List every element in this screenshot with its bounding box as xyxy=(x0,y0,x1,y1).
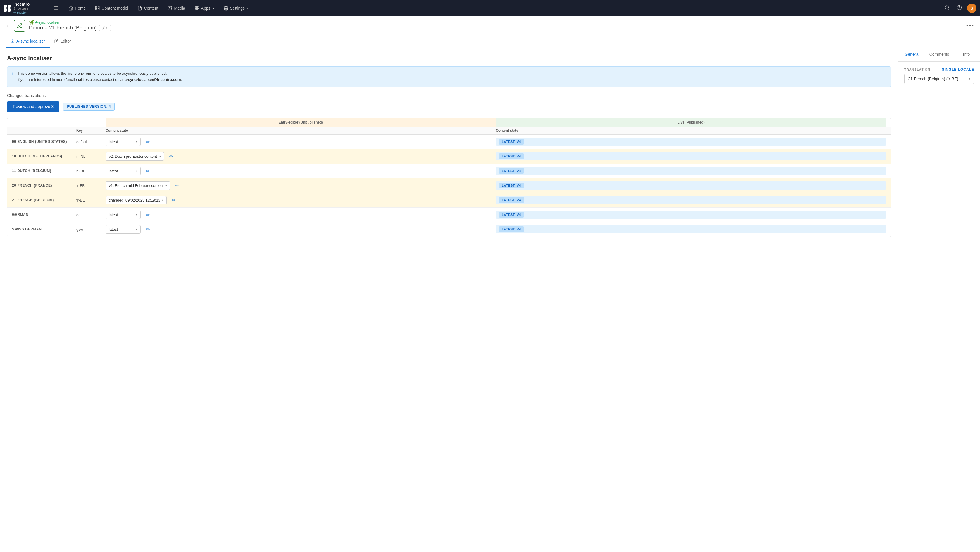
single-locale-link[interactable]: Single locale xyxy=(942,67,974,71)
main-layout: A-sync localiser ℹ This demo version all… xyxy=(0,48,980,552)
edit-entry-icon[interactable]: ✏ xyxy=(145,211,151,219)
more-options-button[interactable]: ••• xyxy=(966,22,974,29)
nav-item-media[interactable]: Media xyxy=(164,3,189,13)
locale-key: fr-BE xyxy=(76,198,105,202)
sh-key: Key xyxy=(76,128,105,133)
nav-item-settings[interactable]: Settings ▾ xyxy=(220,3,253,13)
edit-entry-icon[interactable]: ✏ xyxy=(168,152,174,160)
edit-entry-icon[interactable]: ✏ xyxy=(174,182,180,190)
link-count: 0 xyxy=(107,26,108,30)
top-nav: incentro Showcase ⇨ master ☰ Home Conten… xyxy=(0,0,980,16)
entry-select[interactable]: changed: 09/02/2023 12:19:13 ▾ xyxy=(105,196,167,205)
edit-entry-icon[interactable]: ✏ xyxy=(145,138,151,146)
locale-value: 21 French (Belgium) (fr-BE) xyxy=(908,76,958,81)
nav-apps-label: Apps xyxy=(201,6,210,11)
sidebar-tab-comments[interactable]: Comments xyxy=(926,48,953,61)
user-avatar[interactable]: S xyxy=(967,3,977,13)
tab-async-localiser[interactable]: A-sync localiser xyxy=(6,35,50,48)
breadcrumb-flag: 🌿 xyxy=(29,20,34,25)
svg-rect-6 xyxy=(195,6,197,8)
entry-cell: latest ▾ ✏ xyxy=(105,167,496,175)
live-cell: LATEST: V4 xyxy=(496,225,886,233)
locale-label: 11 DUTCH (BELGIUM) xyxy=(12,169,76,173)
locale-key: default xyxy=(76,140,105,144)
sidebar-tab-general[interactable]: General xyxy=(899,48,926,61)
locale-label: 20 FRENCH (FRANCE) xyxy=(12,183,76,187)
tab-editor[interactable]: Editor xyxy=(50,35,76,48)
live-cell: LATEST: V4 xyxy=(496,196,886,204)
table-row: 00 ENGLISH (UNITED STATES) default lates… xyxy=(7,135,891,149)
table-row: 21 FRENCH (BELGIUM) fr-BE changed: 09/02… xyxy=(7,193,891,208)
table-sub-headers: Key Content state Content state xyxy=(7,127,891,135)
edit-entry-icon[interactable]: ✏ xyxy=(145,167,151,175)
entry-select[interactable]: v1: French mid February content ▾ xyxy=(105,181,170,190)
edit-entry-icon[interactable]: ✏ xyxy=(145,225,151,233)
nav-items: Home Content model Content Media Apps ▾ … xyxy=(64,3,940,13)
live-cell: LATEST: V4 xyxy=(496,167,886,175)
app-name: incentro xyxy=(13,2,30,7)
live-cell: LATEST: V4 xyxy=(496,138,886,146)
nav-item-content-model[interactable]: Content model xyxy=(91,3,132,13)
nav-item-home[interactable]: Home xyxy=(64,3,90,13)
entry-select[interactable]: latest ▾ xyxy=(105,138,141,146)
logo-grid xyxy=(3,5,11,12)
svg-rect-7 xyxy=(197,6,199,8)
locale-label: GERMAN xyxy=(12,213,76,217)
edit-entry-icon[interactable]: ✏ xyxy=(171,196,177,204)
sidebar-tab-info[interactable]: Info xyxy=(953,48,980,61)
entry-select[interactable]: v2: Dutch pre Easter content ▾ xyxy=(105,152,164,161)
back-button[interactable]: ‹ xyxy=(6,21,10,30)
app-branch: ⇨ master xyxy=(13,11,30,14)
table-row: 20 FRENCH (FRANCE) fr-FR v1: French mid … xyxy=(7,178,891,193)
sh-content-entry: Content state xyxy=(105,128,496,133)
svg-point-5 xyxy=(169,7,170,8)
locale-dropdown[interactable]: 21 French (Belgium) (fr-BE) ▾ xyxy=(904,74,974,84)
locale-label: 00 ENGLISH (UNITED STATES) xyxy=(12,140,76,144)
info-banner: ℹ This demo version allows the first 5 e… xyxy=(7,66,891,87)
published-badge: PUBLISHED VERSION: 4 xyxy=(63,103,115,111)
link-badge: 0 xyxy=(99,25,111,31)
entry-cell: latest ▾ ✏ xyxy=(105,138,496,146)
live-cell: LATEST: V4 xyxy=(496,152,886,160)
svg-rect-2 xyxy=(95,8,97,10)
select-caret-icon: ▾ xyxy=(165,184,167,187)
nav-item-apps[interactable]: Apps ▾ xyxy=(191,3,218,13)
help-button[interactable] xyxy=(955,3,964,13)
approve-button[interactable]: Review and approve 3 xyxy=(7,102,59,112)
svg-point-10 xyxy=(226,8,227,9)
breadcrumb: 🌿 A-sync localiser xyxy=(29,20,963,25)
logo-text: incentro Showcase ⇨ master xyxy=(13,2,30,14)
locale-key: gsw xyxy=(76,227,105,232)
entry-select[interactable]: latest ▾ xyxy=(105,225,141,234)
entry-cell: latest ▾ ✏ xyxy=(105,225,496,234)
live-badge: LATEST: V4 xyxy=(499,197,524,203)
locale-key: nl-NL xyxy=(76,154,105,159)
nav-right: S xyxy=(943,3,977,13)
svg-point-15 xyxy=(12,41,13,42)
live-cell: LATEST: V4 xyxy=(496,211,886,219)
th-entry: Entry-editor (Unpublished) xyxy=(105,118,496,127)
section-title: A-sync localiser xyxy=(7,55,891,62)
live-badge: LATEST: V4 xyxy=(499,226,524,232)
live-badge: LATEST: V4 xyxy=(499,182,524,189)
locale-key: nl-BE xyxy=(76,169,105,173)
entry-cell: v2: Dutch pre Easter content ▾ ✏ xyxy=(105,152,496,161)
nav-item-content[interactable]: Content xyxy=(133,3,162,13)
live-badge: LATEST: V4 xyxy=(499,139,524,144)
app-logo[interactable]: incentro Showcase ⇨ master xyxy=(3,2,50,14)
info-banner-text: This demo version allows the first 5 env… xyxy=(17,71,182,83)
table-top-headers: Entry-editor (Unpublished) Live (Publish… xyxy=(7,118,891,127)
entry-icon xyxy=(14,20,25,32)
locale-key: fr-FR xyxy=(76,183,105,188)
entry-select[interactable]: latest ▾ xyxy=(105,211,141,219)
table-row: 11 DUTCH (BELGIUM) nl-BE latest ▾ ✏ LATE… xyxy=(7,164,891,178)
nav-content-model-label: Content model xyxy=(102,6,128,11)
tab-async-label: A-sync localiser xyxy=(16,39,45,43)
entry-select[interactable]: latest ▾ xyxy=(105,167,141,175)
hamburger-icon[interactable]: ☰ xyxy=(52,4,60,13)
svg-line-12 xyxy=(948,8,949,10)
nav-media-label: Media xyxy=(174,6,185,11)
search-button[interactable] xyxy=(943,3,951,13)
live-badge: LATEST: V4 xyxy=(499,212,524,217)
nav-home-label: Home xyxy=(75,6,86,11)
